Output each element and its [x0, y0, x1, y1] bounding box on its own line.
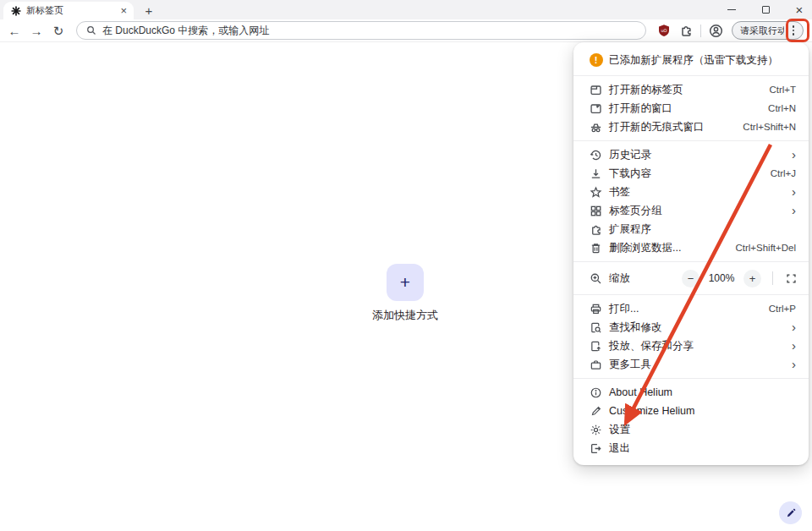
menu-item-print[interactable]: 打印... Ctrl+P	[573, 299, 809, 318]
fullscreen-icon[interactable]	[784, 271, 798, 286]
menu-item-bookmarks[interactable]: 书签 ›	[573, 183, 809, 201]
trash-icon	[589, 241, 603, 255]
menu-item-new-tab[interactable]: 打开新的标签页 Ctrl+T	[573, 80, 809, 99]
browser-menu-kebab-icon[interactable]	[784, 21, 803, 40]
menu-item-downloads[interactable]: 下载内容 Ctrl+J	[573, 164, 809, 183]
extensions-puzzle-icon[interactable]	[678, 23, 694, 38]
chevron-right-icon: ›	[792, 320, 796, 333]
new-tab-button[interactable]: +	[140, 3, 157, 19]
download-icon	[589, 167, 603, 181]
zoom-magnifier-icon	[589, 271, 603, 286]
menu-item-find-and-edit[interactable]: 查找和修改 ›	[573, 318, 809, 337]
gear-icon	[589, 423, 603, 437]
back-button[interactable]: ←	[7, 25, 22, 37]
address-bar-text: 在 DuckDuckGo 中搜索，或输入网址	[102, 24, 269, 38]
incognito-icon	[589, 120, 603, 134]
search-icon	[85, 25, 96, 36]
tab-new-tab-page[interactable]: 新标签页 ×	[3, 2, 134, 19]
menu-item-extensions[interactable]: 扩展程序	[573, 220, 809, 238]
tab-close-icon[interactable]: ×	[118, 5, 129, 16]
cast-save-share-icon	[589, 339, 603, 353]
action-required-button[interactable]: 请采取行动	[732, 21, 804, 40]
chevron-right-icon: ›	[792, 148, 796, 161]
browser-main-menu: ! 已添加新扩展程序（迅雷下载支持） 打开新的标签页 Ctrl+T 打开新的窗口…	[573, 42, 809, 465]
exit-icon	[589, 441, 603, 456]
chevron-right-icon: ›	[792, 358, 796, 370]
pencil-icon	[589, 404, 603, 419]
menu-item-new-incognito-window[interactable]: 打开新的无痕式窗口 Ctrl+Shift+N	[573, 118, 809, 136]
menu-item-settings[interactable]: 设置	[573, 420, 809, 439]
reload-button[interactable]: ↻	[51, 25, 66, 37]
menu-item-tab-groups[interactable]: 标签页分组 ›	[573, 201, 809, 220]
menu-item-cast-save-share[interactable]: 投放、保存和分享 ›	[573, 337, 809, 355]
chevron-right-icon: ›	[792, 185, 796, 198]
window-controls: ×	[726, 0, 805, 19]
zoom-in-button[interactable]: +	[743, 270, 761, 287]
more-tools-icon	[589, 358, 603, 372]
address-bar[interactable]: 在 DuckDuckGo 中搜索，或输入网址	[76, 21, 646, 40]
tab-strip: 新标签页 × + ×	[0, 0, 812, 19]
window-minimize-button[interactable]	[726, 4, 738, 16]
menu-item-customize-helium[interactable]: Customize Helium	[573, 402, 809, 420]
add-shortcut-button[interactable]: +	[387, 264, 424, 301]
info-icon	[589, 386, 603, 400]
menu-item-zoom: 缩放 − 100% +	[573, 266, 809, 290]
alert-icon: !	[589, 53, 603, 68]
browser-toolbar: ← → ↻ 在 DuckDuckGo 中搜索，或输入网址 uO 请采取行动	[0, 19, 812, 42]
menu-item-about-helium[interactable]: About Helium	[573, 383, 809, 402]
zoom-level-value: 100%	[705, 272, 738, 284]
add-shortcut-label: 添加快捷方式	[372, 308, 438, 323]
extensions-puzzle-icon	[589, 222, 603, 237]
toolbar-separator	[700, 25, 701, 37]
menu-item-clear-browsing-data[interactable]: 删除浏览数据... Ctrl+Shift+Del	[573, 238, 809, 257]
menu-item-exit[interactable]: 退出	[573, 439, 809, 457]
bookmark-star-icon	[589, 185, 603, 200]
plus-icon: +	[400, 272, 410, 293]
profile-avatar-icon[interactable]	[708, 23, 723, 38]
find-in-page-icon	[589, 320, 603, 335]
tab-title: 新标签页	[26, 4, 113, 17]
chevron-right-icon: ›	[792, 339, 796, 352]
pencil-icon	[786, 508, 796, 518]
action-required-label: 请采取行动	[740, 25, 784, 37]
new-tab-icon	[589, 83, 603, 97]
customize-page-button[interactable]	[779, 501, 802, 524]
helium-favicon-icon	[11, 6, 21, 16]
history-icon	[589, 148, 603, 162]
window-maximize-button[interactable]	[760, 4, 771, 16]
menu-item-history[interactable]: 历史记录 ›	[573, 145, 809, 164]
forward-button[interactable]: →	[29, 25, 44, 37]
printer-icon	[589, 302, 603, 316]
window-close-button[interactable]: ×	[793, 4, 805, 16]
new-window-icon	[589, 101, 603, 116]
tab-groups-icon	[589, 204, 603, 218]
menu-item-extension-added-notice[interactable]: ! 已添加新扩展程序（迅雷下载支持）	[573, 49, 809, 71]
svg-text:uO: uO	[661, 28, 667, 33]
chevron-right-icon: ›	[792, 204, 796, 216]
menu-item-new-window[interactable]: 打开新的窗口 Ctrl+N	[573, 99, 809, 118]
zoom-separator	[772, 271, 773, 285]
ublock-extension-icon[interactable]: uO	[656, 23, 672, 38]
menu-item-more-tools[interactable]: 更多工具 ›	[573, 355, 809, 374]
zoom-out-button[interactable]: −	[682, 270, 700, 287]
